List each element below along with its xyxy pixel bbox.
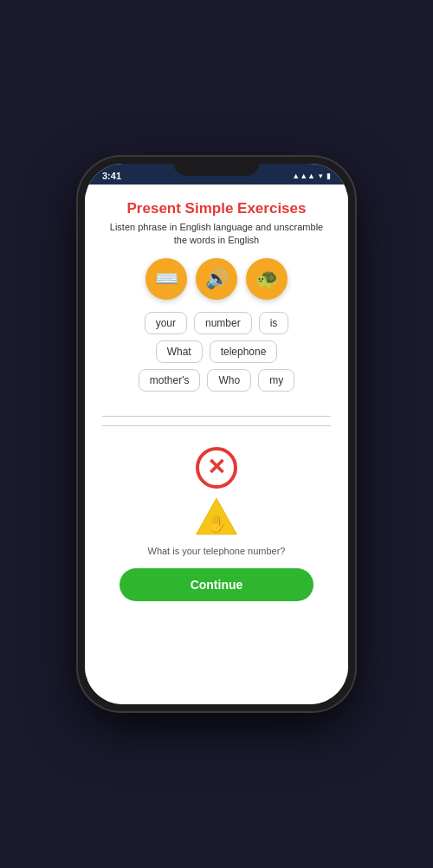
- phone-screen: 3:41 ▲▲▲ ▾ ▮ Present Simple Exercises Li…: [85, 164, 348, 704]
- svg-text:✋: ✋: [206, 515, 226, 534]
- status-icons: ▲▲▲ ▾ ▮: [292, 172, 331, 180]
- word-chip-mothers[interactable]: mother's: [139, 369, 201, 392]
- words-row-2: What telephone: [156, 340, 278, 363]
- battery-icon: ▮: [326, 172, 331, 180]
- status-time: 3:41: [102, 171, 121, 181]
- control-icons-row: ⌨️ 🔊 🐢: [145, 258, 288, 300]
- words-row-1: your number is: [145, 312, 289, 334]
- answer-area: [102, 407, 331, 435]
- signal-icon: ▲▲▲: [292, 172, 315, 180]
- phone-frame: 3:41 ▲▲▲ ▾ ▮ Present Simple Exercises Li…: [78, 157, 355, 711]
- word-chip-number[interactable]: number: [194, 312, 252, 334]
- wrong-answer-icon: ✕: [196, 447, 237, 489]
- answer-line-top: [102, 416, 331, 417]
- word-chip-your[interactable]: your: [145, 312, 187, 334]
- speaker-icon[interactable]: 🔊: [196, 258, 237, 300]
- phone-notch: [173, 157, 260, 176]
- word-chip-telephone[interactable]: telephone: [210, 340, 278, 363]
- turtle-icon[interactable]: 🐢: [246, 258, 288, 300]
- feedback-area: ✕ ✋ What is your telephone number?: [148, 447, 286, 556]
- wifi-icon: ▾: [319, 172, 323, 180]
- answer-line-bottom: [102, 425, 331, 426]
- words-row-3: mother's Who my: [139, 369, 294, 392]
- word-chip-is[interactable]: is: [259, 312, 289, 334]
- correct-answer-text: What is your telephone number?: [148, 546, 286, 556]
- keyboard-icon[interactable]: ⌨️: [145, 258, 187, 300]
- words-grid: your number is What telephone mother's W…: [102, 312, 331, 392]
- word-chip-my[interactable]: my: [258, 369, 294, 392]
- page-subtitle: Listen phrase in English language and un…: [102, 221, 331, 248]
- page-title: Present Simple Exercises: [127, 200, 307, 217]
- screen-content: Present Simple Exercises Listen phrase i…: [85, 185, 348, 704]
- continue-button[interactable]: Continue: [120, 568, 313, 601]
- word-chip-what[interactable]: What: [156, 340, 203, 363]
- warning-icon: ✋: [194, 496, 239, 537]
- word-chip-who[interactable]: Who: [207, 369, 251, 392]
